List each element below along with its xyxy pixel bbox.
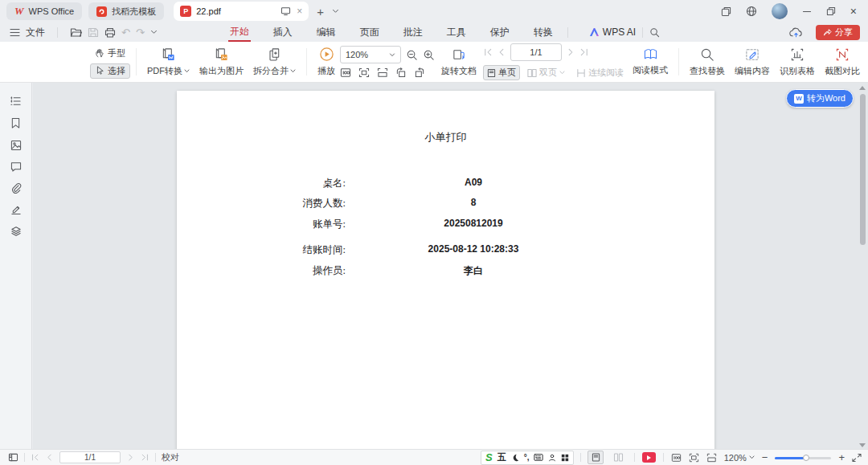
menu-item-insert[interactable]: 插入 <box>272 23 294 42</box>
view-single-page-button[interactable] <box>588 451 604 464</box>
export-image-button[interactable]: 输出为图片 <box>194 47 248 77</box>
search-icon[interactable] <box>649 27 660 38</box>
find-replace-button[interactable]: 查找替换 <box>685 47 730 77</box>
cloud-sync-icon[interactable] <box>789 27 803 39</box>
hamburger-icon[interactable] <box>10 28 20 37</box>
open-file-icon[interactable] <box>70 27 82 38</box>
save-icon[interactable] <box>88 27 99 38</box>
outline-panel-icon[interactable] <box>10 96 22 107</box>
zoom-out-icon[interactable] <box>406 49 418 61</box>
minimize-button[interactable] <box>802 6 812 16</box>
page-indicator-input[interactable]: 1/1 <box>59 451 121 463</box>
fit-page-icon[interactable] <box>358 67 370 78</box>
menu-item-convert[interactable]: 转换 <box>532 23 555 42</box>
image-panel-icon[interactable] <box>10 140 22 151</box>
prev-page-icon[interactable] <box>497 47 506 57</box>
convert-to-word-button[interactable]: W 转为Word <box>786 89 854 108</box>
menu-item-edit[interactable]: 编辑 <box>315 23 338 42</box>
rotate-left-icon[interactable] <box>395 67 407 78</box>
bookmark-panel-icon[interactable] <box>10 117 21 129</box>
view-double-page-button[interactable] <box>610 451 626 464</box>
share-button[interactable]: 分享 <box>816 25 860 40</box>
last-page-button[interactable] <box>141 453 149 462</box>
screencast-icon[interactable] <box>280 6 291 16</box>
menu-item-home[interactable]: 开始 <box>228 22 251 42</box>
scroll-up-icon[interactable] <box>859 86 866 90</box>
actual-size-button[interactable] <box>671 453 682 463</box>
compress-button[interactable]: 压缩 <box>865 47 868 77</box>
rotate-document-button[interactable]: 旋转文档 <box>435 47 483 77</box>
continuous-read-button[interactable]: 连续阅读 <box>572 65 628 80</box>
signature-panel-icon[interactable] <box>10 204 22 215</box>
ime-toolbox-icon[interactable] <box>561 454 569 462</box>
page-number-input[interactable]: 1/1 <box>510 43 562 61</box>
read-play-button[interactable] <box>642 452 656 463</box>
single-page-button[interactable]: 单页 <box>483 65 520 80</box>
zoom-in-icon[interactable] <box>423 49 435 61</box>
ime-user-icon[interactable] <box>548 454 556 462</box>
document-area[interactable]: 小单打印 桌名: A09 消费人数: 8 账单号: 20250812019 结账… <box>33 83 868 451</box>
zoom-out-button[interactable]: − <box>762 452 768 463</box>
restore-button[interactable] <box>826 6 836 16</box>
pdf-page[interactable]: 小单打印 桌名: A09 消费人数: 8 账单号: 20250812019 结账… <box>177 91 714 451</box>
close-window-button[interactable]: × <box>850 5 857 18</box>
next-page-icon[interactable] <box>566 47 575 57</box>
zoom-select[interactable]: 120% <box>340 46 401 63</box>
split-merge-button[interactable]: 拆分合并 <box>248 47 301 77</box>
zoom-in-button[interactable]: + <box>838 452 845 463</box>
play-button[interactable]: 播放 <box>313 47 340 77</box>
zoom-level-button[interactable]: 120% <box>724 453 755 463</box>
undo-icon[interactable]: ↶ <box>121 27 130 39</box>
hand-tool-button[interactable]: 手型 <box>90 46 130 61</box>
print-icon[interactable] <box>104 27 116 38</box>
zoom-slider[interactable] <box>775 454 831 461</box>
proofread-button[interactable]: 校对 <box>162 451 179 463</box>
first-page-button[interactable] <box>31 453 39 462</box>
slider-handle[interactable] <box>803 455 809 461</box>
ime-halfmoon-icon[interactable] <box>511 454 519 462</box>
scroll-down-icon[interactable] <box>859 443 866 447</box>
last-page-icon[interactable] <box>579 47 589 57</box>
tab-list-chevron-icon[interactable] <box>332 9 339 14</box>
menu-item-protect[interactable]: 保护 <box>489 23 511 42</box>
new-tab-button[interactable]: + <box>317 6 324 18</box>
menu-item-page[interactable]: 页面 <box>358 23 381 42</box>
tab-22pdf[interactable]: P 22.pdf × <box>174 2 309 21</box>
user-avatar[interactable] <box>772 3 788 19</box>
tab-docer-templates[interactable]: 找稻壳模板 <box>88 2 164 20</box>
attachment-panel-icon[interactable] <box>10 182 22 194</box>
rotate-right-icon[interactable] <box>414 67 425 78</box>
scrollbar-thumb[interactable] <box>860 94 866 245</box>
wps-home-button[interactable]: W WPS Office <box>6 2 82 20</box>
globe-icon[interactable] <box>746 6 757 17</box>
comment-panel-icon[interactable] <box>10 161 22 172</box>
tab-close-icon[interactable]: × <box>297 6 302 16</box>
ime-punctuation-toggle[interactable]: °, <box>524 453 530 462</box>
ime-keyboard-icon[interactable] <box>534 454 543 461</box>
recognize-table-button[interactable]: 识别表格 <box>775 47 820 77</box>
fit-width-icon[interactable] <box>377 67 388 78</box>
fit-page-button[interactable] <box>689 453 699 463</box>
ime-bar[interactable]: S 五 °, <box>481 451 574 465</box>
file-menu[interactable]: 文件 <box>26 26 45 39</box>
screenshot-compare-button[interactable]: 截图对比 <box>820 47 865 77</box>
layers-panel-icon[interactable] <box>10 226 22 237</box>
prev-page-button[interactable] <box>45 453 54 462</box>
pdf-convert-button[interactable]: PDF转换 <box>142 47 194 77</box>
select-tool-button[interactable]: 选择 <box>90 63 130 79</box>
vertical-scrollbar[interactable] <box>858 83 866 451</box>
panel-toggle-icon[interactable] <box>8 453 18 462</box>
window-layout-icon[interactable] <box>721 6 731 17</box>
actual-size-icon[interactable] <box>340 67 351 78</box>
read-mode-button[interactable]: 阅读模式 <box>628 47 673 76</box>
first-page-icon[interactable] <box>483 47 493 57</box>
next-page-button[interactable] <box>126 453 135 462</box>
ime-mode-label[interactable]: 五 <box>497 451 506 463</box>
menu-item-tools[interactable]: 工具 <box>445 23 468 42</box>
quick-access-chevron-icon[interactable] <box>150 30 158 35</box>
edit-content-button[interactable]: 编辑内容 <box>730 47 775 77</box>
wps-ai-menu[interactable]: WPS AI <box>589 27 636 38</box>
redo-icon[interactable]: ↷ <box>136 27 145 39</box>
double-page-button[interactable]: 双页 <box>523 65 569 80</box>
fullscreen-button[interactable] <box>852 453 862 463</box>
